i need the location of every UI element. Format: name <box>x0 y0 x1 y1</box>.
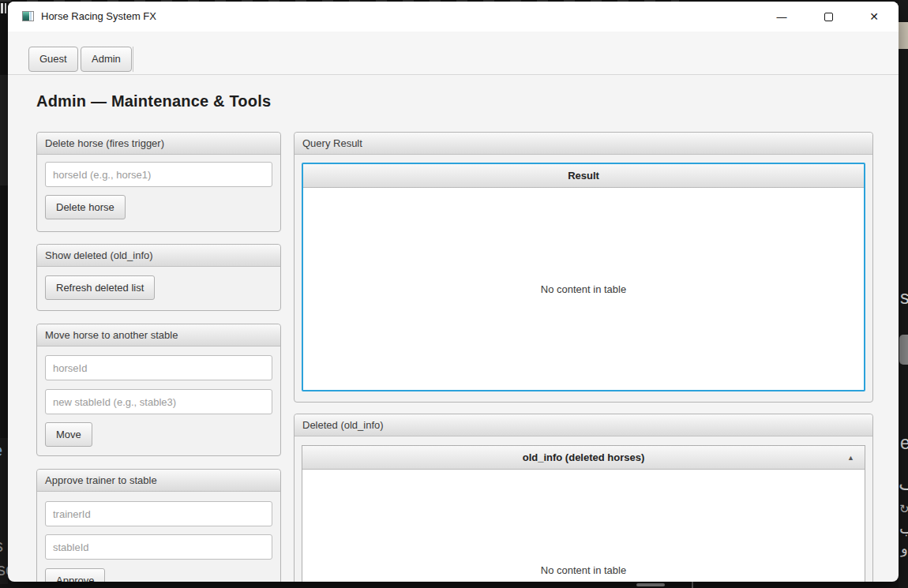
backdrop-divider <box>692 582 693 588</box>
backdrop-fragment: s <box>0 537 3 555</box>
horse-id-input[interactable] <box>45 162 272 187</box>
delete-horse-button[interactable]: Delete horse <box>45 195 126 219</box>
move-button[interactable]: Move <box>45 422 92 447</box>
close-button[interactable]: ✕ <box>856 2 892 32</box>
minimize-icon: — <box>777 11 787 23</box>
tab-separator <box>133 47 133 72</box>
panel-show-deleted: Show deleted (old_info) Refresh deleted … <box>36 244 281 311</box>
query-result-empty-placeholder: No content in table <box>303 188 864 390</box>
panel-delete-horse-title: Delete horse (fires trigger) <box>37 133 280 155</box>
trainer-id-input[interactable] <box>45 501 272 526</box>
backdrop-fragment: ب <box>899 520 908 536</box>
tab-guest[interactable]: Guest <box>28 47 78 72</box>
approve-button[interactable]: Approve <box>45 568 105 582</box>
deleted-horses-table[interactable]: old_info (deleted horses) ▲ No content i… <box>302 445 865 582</box>
panel-query-result-title: Query Result <box>295 133 872 155</box>
titlebar[interactable]: Horse Racing System FX — ✕ <box>8 2 899 32</box>
result-column-header[interactable]: Result <box>303 164 864 188</box>
deleted-table-empty-placeholder: No content in table <box>302 564 865 576</box>
backdrop-refresh-arrow-icon: ↻ <box>899 503 908 515</box>
panel-approve-trainer-title: Approve trainer to stable <box>37 470 280 492</box>
panel-query-result: Query Result Result No content in table <box>294 132 873 403</box>
close-icon: ✕ <box>869 10 879 23</box>
backdrop-glyph-bar <box>1 3 3 13</box>
maximize-icon <box>824 13 833 21</box>
backdrop-fragment: s <box>900 289 908 307</box>
old-info-column-header[interactable]: old_info (deleted horses) ▲ <box>302 446 865 470</box>
backdrop-scroll-handle <box>636 583 665 586</box>
page-title: Admin — Maintenance & Tools <box>36 92 271 110</box>
backdrop-glyph-bar <box>5 3 6 13</box>
stable-id-input[interactable] <box>45 534 272 560</box>
old-info-column-label: old_info (deleted horses) <box>523 451 645 463</box>
panel-move-horse: Move horse to another stable Move <box>36 324 281 456</box>
app-icon <box>22 11 34 21</box>
backdrop-shade <box>0 75 8 185</box>
panel-deleted-old-info-title: Deleted (old_info) <box>295 414 872 436</box>
backdrop-fragment: ف <box>899 474 908 492</box>
panel-deleted-old-info: Deleted (old_info) old_info (deleted hor… <box>294 414 873 582</box>
new-stable-id-input[interactable] <box>45 389 272 414</box>
move-horse-id-input[interactable] <box>45 355 272 380</box>
backdrop-fragment: e <box>900 434 908 452</box>
tab-admin[interactable]: Admin <box>81 47 132 72</box>
backdrop-fragment: e <box>0 442 2 459</box>
panel-show-deleted-title: Show deleted (old_info) <box>37 245 280 267</box>
panel-approve-trainer: Approve trainer to stable Approve <box>36 469 281 582</box>
panel-move-horse-title: Move horse to another stable <box>37 324 280 346</box>
panel-delete-horse: Delete horse (fires trigger) Delete hors… <box>36 132 281 232</box>
backdrop-button-fragment <box>899 335 908 365</box>
app-window: Horse Racing System FX — ✕ Guest Admin A… <box>8 2 899 582</box>
window-title: Horse Racing System FX <box>41 10 156 22</box>
backdrop-fragment: و <box>901 541 908 556</box>
maximize-button[interactable] <box>810 2 846 32</box>
query-result-table[interactable]: Result No content in table <box>302 163 865 391</box>
sort-ascending-icon[interactable]: ▲ <box>847 446 854 470</box>
refresh-deleted-button[interactable]: Refresh deleted list <box>45 275 155 300</box>
backdrop-color-block <box>899 22 908 49</box>
minimize-button[interactable]: — <box>764 2 800 32</box>
tab-bar: Guest Admin <box>8 32 899 75</box>
